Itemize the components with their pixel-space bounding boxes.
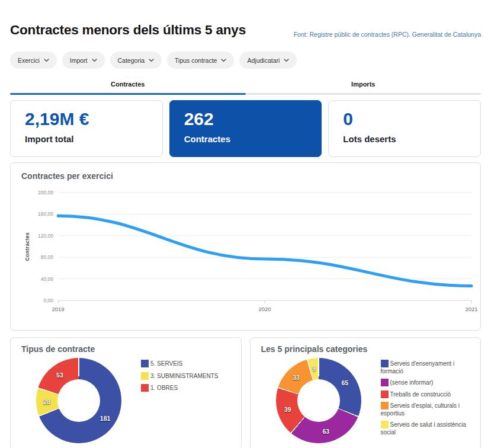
- legend-item: Treballs de construcció: [381, 391, 473, 399]
- filter-import[interactable]: Import: [62, 52, 105, 69]
- kpi-label: Lots deserts: [343, 134, 474, 144]
- y-tick-label: 0,00: [43, 297, 53, 303]
- y-tick-label: 200,00: [38, 190, 53, 196]
- filter-label: Import: [70, 57, 88, 64]
- legend-item: 5. SERVEIS: [141, 360, 218, 368]
- y-tick-label: 120,00: [38, 233, 53, 239]
- donut-title: Les 5 principals categories: [261, 344, 473, 354]
- legend-swatch: [141, 372, 149, 380]
- legend-swatch: [381, 402, 389, 409]
- kpi-value: 262: [184, 110, 316, 129]
- legend-item: Serveis de salut i assistència social: [381, 421, 473, 436]
- dashboard-page: Font: Registre públic de contractes (RPC…: [0, 23, 491, 448]
- chevron-down-icon: [149, 59, 154, 62]
- donut-hole: [297, 379, 340, 422]
- slice-value-label: 181: [100, 415, 111, 422]
- kpi-label: Contractes: [184, 134, 316, 144]
- kpi-label: Import total: [25, 134, 156, 144]
- legend-label: 1. OBRES: [150, 385, 178, 391]
- legend-label: Serveis de salut i assistència social: [381, 421, 466, 436]
- legend-item: 3. SUBMINISTRAMENTS: [141, 372, 218, 380]
- donut-panel-categories: Les 5 principals categories 656339339 Se…: [250, 337, 482, 448]
- line-series: [58, 216, 471, 286]
- chevron-down-icon: [221, 59, 226, 62]
- donut-legend: Serveis d'ensenyament i formació(sense i…: [381, 360, 473, 443]
- slice-value-label: 39: [284, 406, 291, 413]
- legend-swatch: [381, 421, 389, 428]
- legend-swatch: [381, 360, 389, 367]
- y-axis-label: Contractes: [24, 232, 30, 261]
- donut-panel-tipus: Tipus de contracte 1812853 5. SERVEIS3. …: [10, 337, 242, 448]
- tab-contractes[interactable]: Contractes: [10, 76, 246, 95]
- tab-bar: Contractes Imports: [10, 76, 481, 95]
- x-tick-label: 2019: [52, 306, 64, 312]
- chevron-down-icon: [92, 59, 97, 62]
- legend-label: Treballs de construcció: [390, 391, 451, 398]
- legend-label: (sense informar): [390, 379, 434, 386]
- donut-hole: [57, 379, 100, 422]
- slice-value-label: 28: [43, 398, 50, 405]
- legend-swatch: [141, 384, 149, 392]
- kpi-value: 2,19M €: [25, 110, 156, 129]
- bottom-row: Tipus de contracte 1812853 5. SERVEIS3. …: [10, 337, 481, 448]
- donut-legend: 5. SERVEIS3. SUBMINISTRAMENTS1. OBRES: [141, 360, 218, 443]
- legend-item: (sense informar): [381, 379, 473, 387]
- kpi-lots-deserts: 0 Lots deserts: [328, 100, 481, 157]
- legend-item: Serveis d'ensenyament i formació: [381, 360, 473, 375]
- line-chart-title: Contractes per exercici: [21, 171, 476, 181]
- chevron-down-icon: [44, 59, 49, 62]
- filter-tipus-contracte[interactable]: Tipus contracte: [167, 52, 234, 69]
- legend-label: Serveis d'ensenyament i formació: [381, 360, 455, 375]
- line-chart: 0,0040,0080,00120,00160,00200,0020192020…: [21, 183, 476, 324]
- slice-value-label: 65: [341, 379, 348, 386]
- filter-adjudicatari[interactable]: Adjudicatari: [239, 52, 297, 69]
- legend-swatch: [381, 379, 389, 386]
- source-link[interactable]: Font: Registre públic de contractes (RPC…: [294, 31, 481, 38]
- filter-label: Tipus contracte: [175, 57, 217, 64]
- legend-label: 3. SUBMINISTRAMENTS: [150, 373, 218, 379]
- kpi-row: 2,19M € Import total 262 Contractes 0 Lo…: [10, 100, 481, 157]
- tab-imports[interactable]: Imports: [246, 76, 482, 95]
- x-tick-label: 2021: [465, 306, 477, 312]
- legend-label: Serveis d'esplai, culturals i esportius: [381, 402, 460, 417]
- legend-item: Serveis d'esplai, culturals i esportius: [381, 402, 473, 417]
- filter-bar: Exercici Import Categoria Tipus contract…: [10, 52, 481, 69]
- legend-swatch: [381, 391, 389, 398]
- slice-value-label: 63: [323, 428, 330, 435]
- slice-value-label: 53: [56, 372, 63, 379]
- chevron-down-icon: [284, 59, 289, 62]
- line-chart-svg: 0,0040,0080,00120,00160,00200,0020192020…: [21, 183, 480, 322]
- filter-label: Exercici: [18, 57, 40, 64]
- filter-exercici[interactable]: Exercici: [10, 52, 57, 69]
- kpi-value: 0: [343, 110, 474, 129]
- legend-swatch: [141, 360, 149, 367]
- donut-chart-tipus: 1812853: [36, 358, 121, 443]
- slice-value-label: 33: [293, 374, 300, 381]
- slice-value-label: 9: [312, 365, 316, 372]
- y-tick-label: 160,00: [38, 211, 53, 217]
- x-tick-label: 2020: [258, 306, 271, 312]
- legend-item: 1. OBRES: [141, 384, 218, 392]
- legend-label: 5. SERVEIS: [150, 360, 182, 367]
- kpi-contractes: 262 Contractes: [169, 100, 322, 157]
- donut-title: Tipus de contracte: [21, 344, 233, 354]
- filter-label: Adjudicatari: [247, 57, 280, 64]
- line-chart-panel: Contractes per exercici 0,0040,0080,0012…: [10, 162, 481, 331]
- donut-chart-categories: 656339339: [276, 358, 361, 443]
- y-tick-label: 40,00: [41, 276, 54, 282]
- y-tick-label: 80,00: [41, 254, 54, 260]
- kpi-import-total: 2,19M € Import total: [10, 100, 163, 157]
- filter-label: Categoria: [118, 57, 145, 64]
- filter-categoria[interactable]: Categoria: [110, 52, 162, 69]
